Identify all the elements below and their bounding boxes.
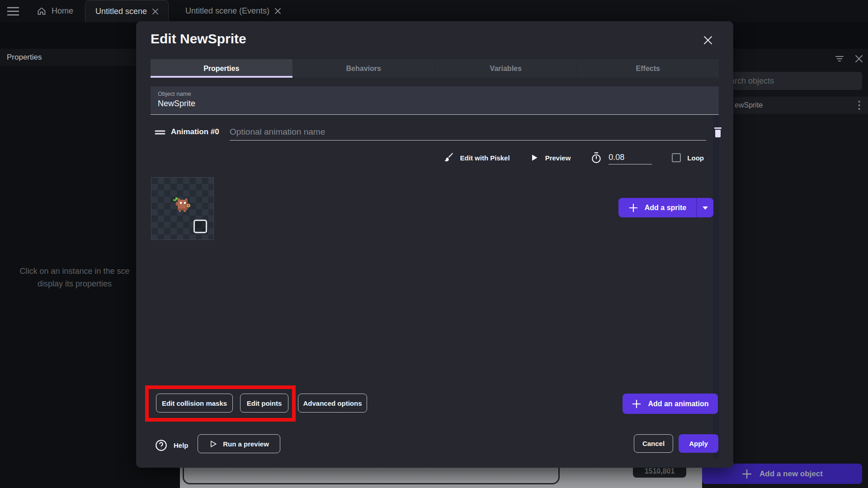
plus-icon — [741, 469, 752, 479]
add-new-object-label: Add a new object — [760, 469, 823, 479]
edit-points-button[interactable]: Edit points — [240, 394, 288, 413]
object-item-label: ewSprite — [735, 101, 763, 109]
edit-collision-masks-button[interactable]: Edit collision masks — [156, 394, 233, 413]
filter-icon[interactable] — [834, 53, 845, 64]
chevron-down-icon — [702, 206, 708, 210]
stopwatch-icon — [590, 152, 602, 164]
sprite-frame-thumbnail[interactable] — [151, 177, 214, 240]
plus-icon — [628, 203, 638, 213]
add-sprite-dropdown-button[interactable] — [696, 198, 713, 217]
edit-sprite-dialog: Edit NewSprite Properties Behaviors Vari… — [136, 21, 733, 468]
tab-variables[interactable]: Variables — [434, 59, 577, 78]
cancel-button[interactable]: Cancel — [634, 434, 673, 453]
gdevelop-app: Home Untitled scene Untitled scene (Even… — [0, 0, 868, 488]
loop-label: Loop — [687, 154, 704, 162]
object-name-label: Object name — [158, 90, 712, 97]
run-preview-label: Run a preview — [223, 440, 269, 448]
menu-icon[interactable] — [5, 5, 21, 17]
add-sprite-split-button: Add a sprite — [618, 198, 713, 217]
object-name-value: NewSprite — [158, 99, 712, 108]
properties-panel-title: Properties — [7, 53, 42, 62]
delete-animation-icon[interactable] — [712, 126, 724, 139]
tab-home[interactable]: Home — [27, 0, 83, 22]
tab-home-label: Home — [52, 6, 73, 16]
help-button[interactable]: Help — [155, 436, 189, 455]
tab-untitled-scene-label: Untitled scene — [95, 7, 147, 16]
advanced-options-button[interactable]: Advanced options — [298, 394, 367, 413]
tab-untitled-scene-events-label: Untitled scene (Events) — [185, 6, 269, 16]
top-tab-bar: Home Untitled scene Untitled scene (Even… — [0, 0, 868, 22]
loop-checkbox[interactable] — [672, 153, 681, 162]
close-tab-icon[interactable] — [275, 8, 281, 14]
dialog-title: Edit NewSprite — [151, 31, 246, 47]
run-preview-button[interactable]: Run a preview — [198, 434, 280, 453]
properties-empty-message: Click on an instance in the sce display … — [9, 265, 140, 290]
frame-select-checkbox[interactable] — [193, 220, 207, 233]
add-animation-button[interactable]: Add an animation — [623, 394, 718, 414]
time-between-frames-input[interactable] — [609, 151, 652, 164]
play-outline-icon — [209, 440, 217, 448]
tab-behaviors[interactable]: Behaviors — [292, 59, 435, 78]
dialog-tab-bar: Properties Behaviors Variables Effects — [151, 59, 719, 78]
animation-name-input[interactable] — [230, 123, 706, 141]
tab-effects[interactable]: Effects — [577, 59, 719, 78]
add-sprite-button[interactable]: Add a sprite — [618, 198, 696, 217]
home-icon — [37, 7, 46, 16]
add-animation-label: Add an animation — [648, 400, 708, 408]
close-dialog-icon[interactable] — [702, 34, 714, 46]
preview-button[interactable]: Preview — [545, 154, 571, 162]
tab-properties[interactable]: Properties — [151, 59, 292, 78]
close-tab-icon[interactable] — [152, 9, 158, 14]
plus-icon — [632, 399, 642, 409]
search-objects-input[interactable] — [719, 72, 862, 90]
close-panel-icon[interactable] — [854, 53, 864, 64]
tab-untitled-scene[interactable]: Untitled scene — [85, 0, 169, 22]
add-sprite-label: Add a sprite — [645, 204, 686, 212]
drag-handle-icon[interactable] — [154, 128, 166, 137]
brush-icon — [442, 152, 454, 164]
help-icon — [155, 439, 167, 451]
tab-untitled-scene-events[interactable]: Untitled scene (Events) — [175, 0, 291, 22]
animation-row: Animation #0 — [151, 123, 719, 142]
play-icon — [530, 153, 539, 162]
apply-button[interactable]: Apply — [679, 434, 718, 453]
animation-label: Animation #0 — [171, 127, 219, 136]
pig-sprite-image — [170, 195, 196, 220]
edit-with-piskel-button[interactable]: Edit with Piskel — [460, 154, 510, 162]
object-item-menu-icon[interactable] — [854, 99, 864, 111]
animation-controls-row: Edit with Piskel Preview Loop — [136, 150, 704, 166]
help-label: Help — [174, 441, 189, 449]
object-name-field[interactable]: Object name NewSprite — [151, 86, 719, 115]
